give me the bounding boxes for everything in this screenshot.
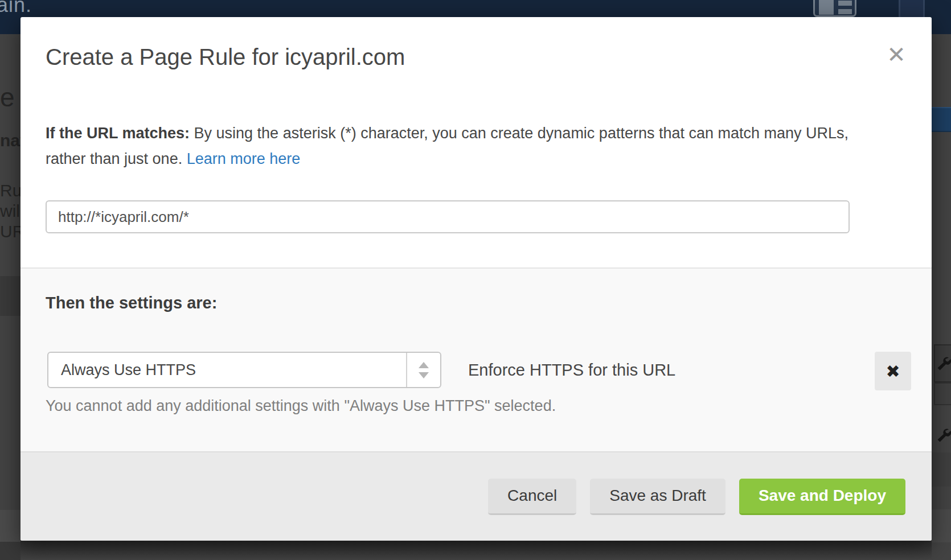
- background-row-footer: [0, 542, 21, 560]
- background-rule-row: [935, 418, 951, 452]
- select-spinner-icon: [406, 353, 440, 387]
- background-text-fragment: Ru: [0, 181, 21, 200]
- setting-select[interactable]: Always Use HTTPS: [47, 352, 441, 388]
- background-blue-button-edge: [932, 107, 951, 132]
- background-rule-row: [934, 382, 951, 405]
- background-row-dark: [0, 276, 21, 316]
- settings-note: You cannot add any additional settings w…: [46, 397, 556, 415]
- background-row-light: [932, 509, 951, 542]
- create-page-rule-modal: Create a Page Rule for icyapril.com ✕ If…: [21, 17, 932, 541]
- setting-select-value: Always Use HTTPS: [61, 353, 196, 387]
- background-text-fragment: UR: [0, 222, 21, 241]
- background-row-light: [0, 510, 21, 542]
- background-rule-row: [934, 344, 951, 382]
- close-icon[interactable]: ✕: [883, 41, 910, 68]
- wrench-icon: [935, 356, 951, 372]
- settings-heading: Then the settings are:: [46, 294, 217, 312]
- background-text-fragment: e: [0, 82, 15, 113]
- wrench-icon: [935, 427, 951, 443]
- chevron-up-icon: [419, 362, 429, 368]
- url-pattern-input[interactable]: [46, 200, 850, 233]
- background-row-dark: [932, 452, 951, 487]
- remove-setting-button[interactable]: ✖: [875, 352, 911, 390]
- learn-more-link[interactable]: Learn more here: [187, 150, 301, 167]
- modal-title: Create a Page Rule for icyapril.com: [46, 44, 405, 69]
- setting-description: Enforce HTTPS for this URL: [468, 352, 675, 388]
- url-match-description: If the URL matches: By using the asteris…: [46, 121, 860, 172]
- background-text-fragment: will: [0, 201, 21, 221]
- save-as-draft-button[interactable]: Save as Draft: [590, 479, 725, 515]
- topbar-text-fragment: ain.: [0, 0, 32, 17]
- background-right-strip: [932, 34, 951, 560]
- background-text-fragment: nav: [0, 131, 21, 150]
- layout-grid-icon: [813, 0, 856, 17]
- cancel-button[interactable]: Cancel: [488, 479, 576, 515]
- remove-x-icon: ✖: [886, 361, 900, 381]
- url-match-lead: If the URL matches:: [46, 125, 190, 142]
- chevron-down-icon: [419, 372, 429, 378]
- background-left-strip: e nav Ru will UR: [0, 34, 21, 560]
- modal-footer: Cancel Save as Draft Save and Deploy: [21, 451, 932, 541]
- topbar-partial-icon: [899, 0, 925, 19]
- background-below-modal: [21, 541, 932, 560]
- save-and-deploy-button[interactable]: Save and Deploy: [739, 479, 905, 515]
